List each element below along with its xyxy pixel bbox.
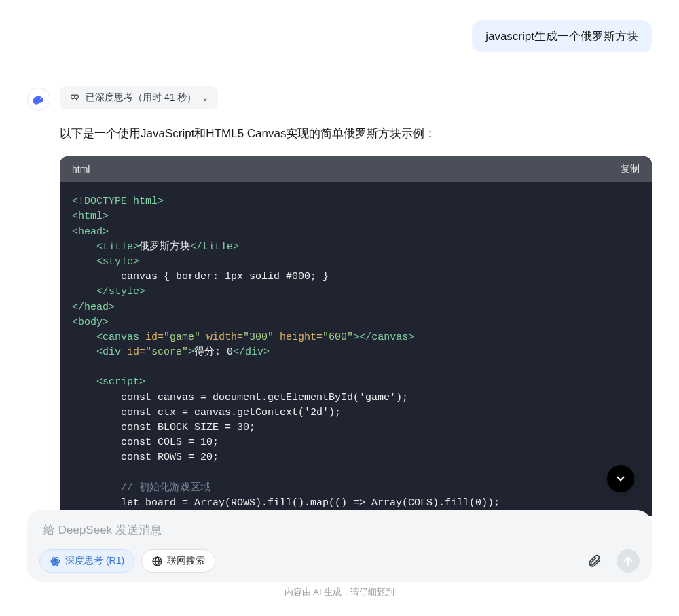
user-message-row: javascript生成一个俄罗斯方块 [27,20,652,52]
code-block: html 复制 <!DOCTYPE html> <html> <head> <t… [60,156,652,516]
svg-point-3 [54,560,56,562]
atom-icon [50,556,61,567]
deep-think-chip-label: 深度思考 (R1) [65,555,124,567]
composer-bottom-row: 深度思考 (R1) 联网搜索 [39,549,640,573]
scroll-to-bottom-button[interactable] [607,465,634,492]
deep-think-chip[interactable]: 深度思考 (R1) [39,549,134,573]
composer: 深度思考 (R1) 联网搜索 [27,510,652,582]
chevron-down-icon [614,473,627,485]
composer-actions [583,549,640,573]
code-body[interactable]: <!DOCTYPE html> <html> <head> <title>俄罗斯… [60,182,652,516]
chat-area: javascript生成一个俄罗斯方块 已深度思考（用时 41 秒） ⌄ 以下是… [0,0,679,516]
svg-point-2 [75,95,78,98]
svg-point-0 [40,98,41,99]
user-message-text: javascript生成一个俄罗斯方块 [485,30,638,43]
composer-wrap: 深度思考 (R1) 联网搜索 [27,510,652,598]
assistant-body: 已深度思考（用时 41 秒） ⌄ 以下是一个使用JavaScript和HTML5… [60,86,652,516]
user-message-bubble: javascript生成一个俄罗斯方块 [472,20,652,52]
code-header: html 复制 [60,156,652,182]
assistant-intro-text: 以下是一个使用JavaScript和HTML5 Canvas实现的简单俄罗斯方块… [60,124,652,143]
paperclip-icon [587,554,602,568]
web-search-chip-label: 联网搜索 [167,555,205,567]
assistant-row: 已深度思考（用时 41 秒） ⌄ 以下是一个使用JavaScript和HTML5… [27,86,652,516]
composer-chips: 深度思考 (R1) 联网搜索 [39,549,215,573]
web-search-chip[interactable]: 联网搜索 [141,549,215,573]
whale-icon [31,92,46,107]
brain-icon [69,92,80,103]
send-button[interactable] [617,549,640,573]
thinking-chip-label: 已深度思考（用时 41 秒） [86,92,196,104]
code-lang-label: html [72,164,90,175]
globe-icon [151,556,163,567]
footer-disclaimer: 内容由 AI 生成，请仔细甄别 [27,586,652,598]
attach-button[interactable] [583,549,606,573]
thinking-chip[interactable]: 已深度思考（用时 41 秒） ⌄ [60,86,218,109]
svg-point-1 [71,95,75,98]
assistant-avatar [27,88,50,111]
message-input[interactable] [39,521,640,549]
arrow-up-icon [622,555,634,567]
chevron-down-icon: ⌄ [202,93,208,103]
copy-button[interactable]: 复制 [621,163,640,175]
